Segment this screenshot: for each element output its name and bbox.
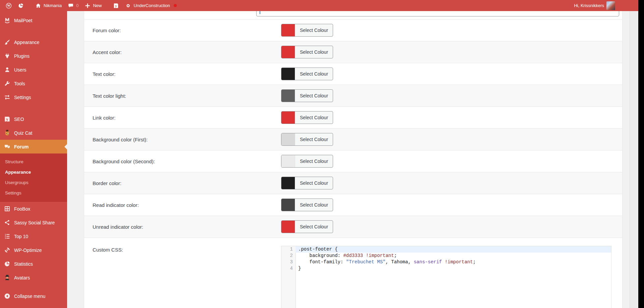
yoast-seo-button[interactable]: y [110,0,122,11]
statistics-icon [4,261,10,267]
code-line: 4} [281,265,611,272]
quizcat-icon [4,130,10,136]
line-number: 1 [281,246,296,253]
color-swatch [281,133,295,145]
seo-icon: y [4,116,10,123]
svg-text:y: y [115,4,117,8]
yoast-icon: y [113,3,119,9]
submenu-item-structure[interactable]: Structure [0,157,67,167]
code-text: .post-footer { [296,246,611,253]
select-colour-button[interactable]: Select Colour [281,133,333,146]
site-name-button[interactable]: Nikmania [32,0,65,11]
wordpress-logo-icon: W [6,3,12,9]
sidebar-item-tools[interactable]: Tools [0,77,67,90]
color-swatch [281,177,295,189]
setting-row-text-color: Text color: Select Colour [84,63,622,85]
setting-row-text-color-light: Text color light: Select Colour [84,85,622,106]
select-colour-button[interactable]: Select Colour [281,89,333,102]
custom-css-label: Custom CSS: [93,246,281,253]
select-colour-button[interactable]: Select Colour [281,68,333,80]
line-number: 3 [281,259,296,265]
line-number: 2 [281,253,296,259]
code-text: } [296,265,611,272]
underconstruction-button[interactable]: UnderConstruction [122,0,179,11]
new-content-button[interactable]: New [82,0,105,11]
users-icon [4,67,10,73]
menu-separator [0,27,67,35]
forum-submenu: StructureAppearanceUsergroupsSettings [0,153,67,202]
svg-text:3: 3 [5,237,6,239]
wordpress-menu-button[interactable]: W [3,0,15,11]
notification-dot [174,4,177,7]
panel-top-strip [84,11,622,19]
settings-panel: Forum color: Select Colour Accent color:… [84,11,623,308]
comment-bubble-icon [68,3,74,9]
sidebar-collapse-menu[interactable]: Collapse menu [0,289,67,303]
sidebar-item-sassy-social-share[interactable]: Sassy Social Share [0,216,67,229]
setting-row-link-color: Link color: Select Colour [84,106,622,128]
pie-chart-icon [18,3,24,9]
avatars-icon [4,274,10,281]
tools-icon [4,80,10,87]
select-colour-button[interactable]: Select Colour [281,46,333,58]
sidebar-item-settings[interactable]: Settings [0,90,67,104]
stats-menu-button[interactable] [15,0,27,11]
color-swatch [281,90,295,102]
sidebar-item-appearance[interactable]: Appearance [0,35,67,49]
sidebar-item-users[interactable]: Users [0,63,67,77]
home-icon [35,3,41,9]
custom-css-editor[interactable]: 1.post-footer {2 background: #dd3333 !im… [281,246,611,308]
new-label: New [93,3,102,8]
select-colour-button[interactable]: Select Colour [281,111,333,124]
setting-row-border-color: Border color: Select Colour [84,172,622,194]
admin-sidebar: MailPoet Appearance Plugins Users Tools … [0,11,67,308]
mailpoet-icon [4,17,10,24]
plus-icon [85,3,91,9]
page-scrollbar[interactable] [630,11,638,308]
sidebar-item-foobox[interactable]: FooBox [0,202,67,216]
setting-row-accent-color: Accent color: Select Colour [84,41,622,63]
sidebar-item-quiz-cat[interactable]: Quiz Cat [0,126,67,140]
sidebar-item-plugins[interactable]: Plugins [0,49,67,63]
color-swatch [281,24,295,36]
sidebar-item-top-10[interactable]: 123 Top 10 [0,229,67,243]
admin-bar: W Nikmania 0 New [0,0,638,11]
sidebar-item-wp-optimize[interactable]: WP-Optimize [0,243,67,257]
svg-text:W: W [7,4,10,7]
submenu-item-appearance[interactable]: Appearance [0,167,67,177]
select-colour-button[interactable]: Select Colour [281,220,333,233]
select-colour-button[interactable]: Select Colour [281,24,333,37]
color-swatch [281,112,295,124]
sidebar-item-statistics[interactable]: Statistics [0,257,67,271]
setting-row-background-color-first: Background color (First): Select Colour [84,128,622,150]
select-colour-button[interactable]: Select Colour [281,199,333,211]
color-swatch [281,46,295,58]
greeting-label: Hi, Krissnikkers [574,3,604,8]
sidebar-item-forum[interactable]: Forum [0,140,67,153]
color-swatch [281,68,295,80]
top10-icon: 123 [4,233,10,240]
setting-row-unread-indicator-color: Unread indicator color: Select Colour [84,216,622,237]
settings-icon [4,94,10,101]
sidebar-item-mailpoet[interactable]: MailPoet [0,13,67,27]
setting-row-background-color-second: Background color (Second): Select Colour [84,150,622,172]
submenu-item-usergroups[interactable]: Usergroups [0,177,67,188]
code-line: 3 font-family: "Trebuchet MS", Tahoma, s… [281,259,611,265]
comments-count: 0 [76,3,78,8]
plugins-icon [4,53,10,59]
code-line: 2 background: #dd3333 !important; [281,253,611,259]
user-avatar [606,1,615,10]
select-colour-button[interactable]: Select Colour [281,155,333,168]
forum-icon [4,143,10,150]
account-menu-button[interactable]: Hi, Krissnikkers [571,0,618,11]
wpoptimize-icon [4,247,10,254]
sidebar-item-avatars[interactable]: Avatars [0,271,67,284]
submenu-item-settings[interactable]: Settings [0,188,67,198]
menu-separator [0,104,67,112]
code-text: background: #dd3333 !important; [296,253,611,259]
code-text: font-family: "Trebuchet MS", Tahoma, san… [296,259,611,265]
sidebar-item-seo[interactable]: y SEO [0,112,67,126]
site-name-label: Nikmania [44,3,62,8]
comments-button[interactable]: 0 [65,0,82,11]
select-colour-button[interactable]: Select Colour [281,177,333,189]
